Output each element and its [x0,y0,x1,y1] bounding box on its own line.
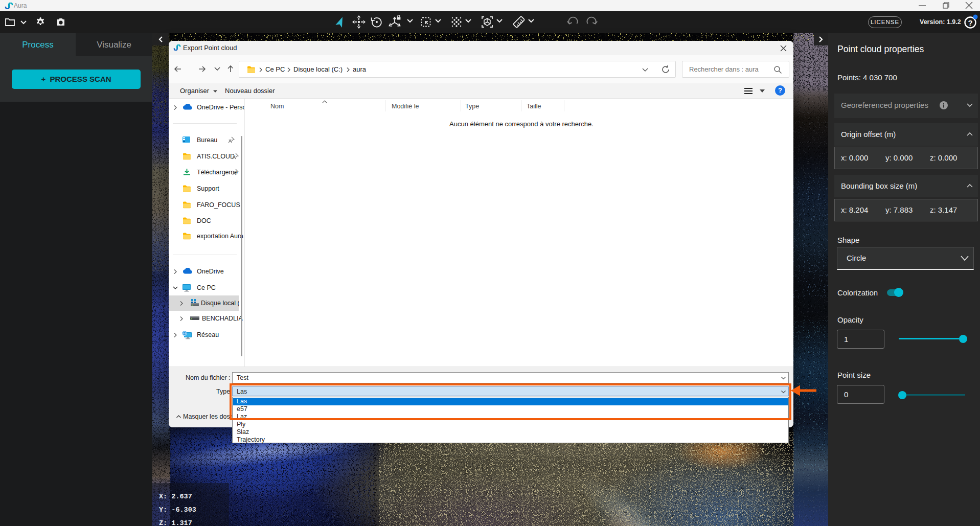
svg-text:?: ? [968,18,972,27]
